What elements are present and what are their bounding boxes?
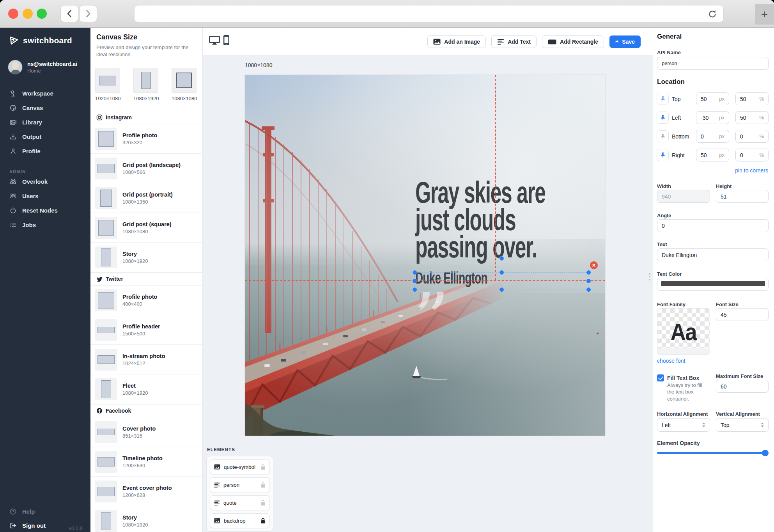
size-item[interactable]: Timeline photo1200×630 xyxy=(90,447,203,477)
element-opacity-slider[interactable] xyxy=(657,449,769,456)
logo[interactable]: switchboard xyxy=(9,35,72,46)
pin-to-corners-link[interactable]: pin to corners xyxy=(735,167,768,174)
selection-handle-sw[interactable] xyxy=(413,287,417,292)
size-item[interactable]: In-stream photo1024×512 xyxy=(90,345,203,374)
preset-1080x1080[interactable]: 1080×1080 xyxy=(172,68,197,101)
panel-resize-handle[interactable] xyxy=(649,273,650,280)
font-preview[interactable]: Aa xyxy=(657,308,710,355)
sidebar-item-profile[interactable]: Profile xyxy=(0,144,90,158)
sidebar-item-overlook[interactable]: Overlook xyxy=(0,174,90,188)
element-item-backdrop[interactable]: backdrop xyxy=(210,513,270,528)
fill-text-box-checkbox[interactable] xyxy=(657,374,664,381)
bottom-pct-input[interactable]: 0% xyxy=(735,130,769,143)
sidebar-item-workspace[interactable]: Workspace xyxy=(0,86,90,100)
lamp-icon xyxy=(9,90,17,97)
right-px-input[interactable]: 50px xyxy=(696,149,729,161)
size-item[interactable]: Grid post (square)1080×1080 xyxy=(90,213,203,243)
back-button[interactable] xyxy=(60,5,78,22)
selection-handle-e[interactable] xyxy=(586,279,591,283)
fill-text-box-description: Always try to fill the text box containe… xyxy=(667,382,708,402)
reload-button[interactable] xyxy=(707,9,718,20)
add-text-button[interactable]: Add Text xyxy=(491,35,537,48)
angle-input[interactable]: 0 xyxy=(657,219,769,232)
api-name-input[interactable]: person xyxy=(657,57,769,70)
desktop-view-icon[interactable] xyxy=(209,35,220,46)
height-input[interactable]: 51 xyxy=(716,190,769,203)
preset-1080x1920[interactable]: 1080×1920 xyxy=(133,68,158,101)
font-size-label: Font Size xyxy=(716,301,739,307)
selection-rotate-handle[interactable] xyxy=(499,256,504,261)
size-item[interactable]: Story1080×1920 xyxy=(90,506,203,532)
text-color-swatch xyxy=(661,281,765,286)
size-item[interactable]: Event cover photo1200×628 xyxy=(90,477,203,506)
pin-bottom-button[interactable] xyxy=(657,130,669,142)
twitter-icon xyxy=(96,276,103,282)
sidebar-item-reset-nodes[interactable]: Reset Nodes xyxy=(0,203,90,217)
delete-element-button[interactable] xyxy=(590,261,598,269)
user-block[interactable]: ns@switchboard.ai Home xyxy=(8,60,77,74)
forward-button[interactable] xyxy=(79,5,97,22)
horizontal-alignment-select[interactable]: Left xyxy=(657,418,710,432)
vertical-alignment-select[interactable]: Top xyxy=(716,418,769,432)
size-item[interactable]: Story1080×1920 xyxy=(90,243,203,272)
sidebar-item-library[interactable]: Library xyxy=(0,115,90,129)
elements-label: ELEMENTS xyxy=(207,447,235,452)
top-pct-input[interactable]: 50% xyxy=(735,92,769,105)
size-item[interactable]: Profile header1500×500 xyxy=(90,315,203,345)
selection-handle-nw[interactable] xyxy=(413,270,417,275)
slider-knob[interactable] xyxy=(762,450,769,456)
zoom-window-button[interactable] xyxy=(37,9,47,19)
selection-handle-ne[interactable] xyxy=(586,270,591,275)
bottom-px-input[interactable]: 0px xyxy=(696,130,729,143)
sidebar-item-users[interactable]: Users xyxy=(0,189,90,203)
size-item[interactable]: Fleet1080×1920 xyxy=(90,374,203,404)
sidebar-item-jobs[interactable]: Jobs xyxy=(0,218,90,232)
choose-font-link[interactable]: choose font xyxy=(657,358,685,364)
max-font-size-input[interactable]: 60 xyxy=(716,380,769,393)
pin-right-button[interactable] xyxy=(657,149,669,161)
text-input[interactable]: Duke Ellington xyxy=(657,248,769,261)
mobile-view-icon[interactable] xyxy=(223,35,230,46)
text-element-icon xyxy=(214,482,220,488)
minimize-window-button[interactable] xyxy=(23,9,33,19)
font-size-input[interactable]: 45 xyxy=(716,308,769,321)
size-item[interactable]: Grid post (portrait)1080×1350 xyxy=(90,183,203,213)
selection-box[interactable] xyxy=(414,272,588,289)
add-image-button[interactable]: Add an Image xyxy=(427,35,486,48)
sidebar-item-output[interactable]: Output xyxy=(0,129,90,144)
unlock-icon[interactable] xyxy=(260,500,266,506)
preset-1920x1080[interactable]: 1920×1080 xyxy=(95,68,120,101)
size-item[interactable]: Grid post (landscape)1080×566 xyxy=(90,154,203,183)
close-window-button[interactable] xyxy=(8,9,18,19)
selection-handle-s[interactable] xyxy=(499,287,504,292)
element-item-person[interactable]: person xyxy=(210,477,270,492)
selection-handle-n[interactable] xyxy=(499,270,504,275)
sidebar-item-canvas[interactable]: Canvas xyxy=(0,101,90,115)
right-pct-input[interactable]: 0% xyxy=(735,149,769,161)
design-canvas[interactable]: Gray skies are just clouds passing over.… xyxy=(245,75,605,436)
pin-top-button[interactable] xyxy=(657,93,669,105)
size-item[interactable]: Profile photo400×400 xyxy=(90,286,203,315)
top-px-input[interactable]: 50px xyxy=(696,92,729,105)
selection-handle-w[interactable] xyxy=(413,279,417,283)
left-px-input[interactable]: -30px xyxy=(696,111,729,124)
unlock-icon[interactable] xyxy=(260,464,266,470)
save-button[interactable]: Save xyxy=(609,35,641,48)
size-item[interactable]: Profile photo320×320 xyxy=(90,124,203,154)
quote-text-element[interactable]: Gray skies are just clouds passing over. xyxy=(415,179,546,261)
quote-symbol-element[interactable]: ” xyxy=(413,284,450,356)
selection-handle-se[interactable] xyxy=(586,287,591,292)
pin-left-button[interactable] xyxy=(657,112,669,124)
add-rectangle-button[interactable]: Add Rectangle xyxy=(542,35,604,48)
element-item-quote-symbol[interactable]: quote-symbol xyxy=(210,459,270,474)
element-item-quote[interactable]: quote xyxy=(210,495,270,510)
unlock-icon[interactable] xyxy=(260,482,266,488)
size-item[interactable]: Cover photo851×315 xyxy=(90,417,203,447)
new-tab-button[interactable]: + xyxy=(755,4,774,25)
left-pct-input[interactable]: 50% xyxy=(735,111,769,124)
url-bar[interactable] xyxy=(134,5,724,22)
width-input[interactable]: 940 xyxy=(657,190,710,203)
lock-icon[interactable] xyxy=(260,518,266,524)
sidebar-item-help[interactable]: Help xyxy=(0,504,90,518)
sidebar-item-label: Profile xyxy=(22,148,41,154)
